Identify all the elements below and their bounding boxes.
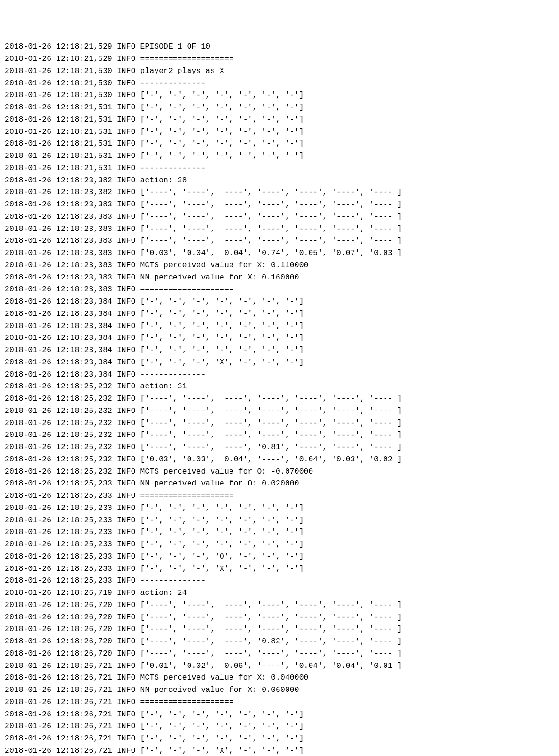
log-message: ['-', '-', '-', 'X', '-', '-', '-'] xyxy=(140,565,304,573)
log-timestamp: 2018-01-26 12:18:23,384 xyxy=(5,346,112,354)
log-line: 2018-01-26 12:18:25,233 INFO -----------… xyxy=(5,575,554,587)
log-line: 2018-01-26 12:18:21,531 INFO ['-', '-', … xyxy=(5,102,554,114)
log-message: ['-', '-', '-', '-', '-', '-', '-'] xyxy=(140,734,304,743)
log-line: 2018-01-26 12:18:23,384 INFO ['-', '-', … xyxy=(5,357,554,369)
log-level: INFO xyxy=(117,297,136,306)
log-level: INFO xyxy=(117,625,136,633)
log-message: ==================== xyxy=(140,698,234,707)
log-timestamp: 2018-01-26 12:18:26,721 xyxy=(5,674,112,682)
log-line: 2018-01-26 12:18:23,383 INFO NN perceive… xyxy=(5,272,554,284)
log-timestamp: 2018-01-26 12:18:23,384 xyxy=(5,370,112,379)
log-message: NN perceived value for X: 0.060000 xyxy=(140,686,299,694)
log-line: 2018-01-26 12:18:21,531 INFO -----------… xyxy=(5,163,554,175)
log-timestamp: 2018-01-26 12:18:25,233 xyxy=(5,492,112,500)
log-timestamp: 2018-01-26 12:18:23,382 xyxy=(5,176,112,185)
log-message: ['-', '-', '-', '-', '-', '-', '-'] xyxy=(140,91,304,99)
log-line: 2018-01-26 12:18:25,233 INFO ===========… xyxy=(5,490,554,502)
log-message: ['-', '-', '-', '-', '-', '-', '-'] xyxy=(140,346,304,354)
log-message: ['-', '-', '-', 'O', '-', '-', '-'] xyxy=(140,552,304,561)
log-line: 2018-01-26 12:18:23,382 INFO ['----', '-… xyxy=(5,187,554,199)
log-message: -------------- xyxy=(140,576,206,585)
log-line: 2018-01-26 12:18:26,720 INFO ['----', '-… xyxy=(5,636,554,648)
log-line: 2018-01-26 12:18:26,720 INFO ['----', '-… xyxy=(5,612,554,624)
log-timestamp: 2018-01-26 12:18:21,531 xyxy=(5,115,112,124)
log-message: ['-', '-', '-', '-', '-', '-', '-'] xyxy=(140,722,304,731)
log-message: ['-', '-', '-', '-', '-', '-', '-'] xyxy=(140,115,304,124)
log-message: -------------- xyxy=(140,370,206,379)
log-timestamp: 2018-01-26 12:18:25,232 xyxy=(5,394,112,403)
log-timestamp: 2018-01-26 12:18:26,721 xyxy=(5,686,112,694)
log-message: ['0.03', '0.03', '0.04', '----', '0.04',… xyxy=(140,455,402,464)
log-level: INFO xyxy=(117,370,136,379)
log-timestamp: 2018-01-26 12:18:26,721 xyxy=(5,747,112,755)
log-level: INFO xyxy=(117,722,136,731)
log-timestamp: 2018-01-26 12:18:23,384 xyxy=(5,297,112,306)
log-timestamp: 2018-01-26 12:18:25,233 xyxy=(5,504,112,512)
log-timestamp: 2018-01-26 12:18:21,531 xyxy=(5,164,112,173)
log-timestamp: 2018-01-26 12:18:23,383 xyxy=(5,213,112,221)
log-timestamp: 2018-01-26 12:18:23,383 xyxy=(5,261,112,270)
log-message: action: 31 xyxy=(140,382,187,391)
log-level: INFO xyxy=(117,613,136,622)
log-line: 2018-01-26 12:18:26,721 INFO ===========… xyxy=(5,697,554,709)
log-level: INFO xyxy=(117,79,136,88)
log-line: 2018-01-26 12:18:25,233 INFO ['-', '-', … xyxy=(5,539,554,551)
log-line: 2018-01-26 12:18:23,383 INFO ['0.03', '0… xyxy=(5,247,554,260)
log-line: 2018-01-26 12:18:25,232 INFO ['----', '-… xyxy=(5,393,554,405)
log-timestamp: 2018-01-26 12:18:23,384 xyxy=(5,310,112,318)
log-level: INFO xyxy=(117,443,136,452)
log-timestamp: 2018-01-26 12:18:26,721 xyxy=(5,662,112,670)
log-level: INFO xyxy=(117,261,136,270)
log-timestamp: 2018-01-26 12:18:26,719 xyxy=(5,589,112,597)
log-line: 2018-01-26 12:18:21,530 INFO ['-', '-', … xyxy=(5,90,554,102)
log-line: 2018-01-26 12:18:26,721 INFO ['-', '-', … xyxy=(5,709,554,721)
log-timestamp: 2018-01-26 12:18:26,721 xyxy=(5,734,112,743)
log-message: ['-', '-', '-', '-', '-', '-', '-'] xyxy=(140,322,304,330)
log-line: 2018-01-26 12:18:26,721 INFO ['-', '-', … xyxy=(5,745,554,756)
log-line: 2018-01-26 12:18:25,233 INFO ['-', '-', … xyxy=(5,551,554,563)
log-level: INFO xyxy=(117,662,136,670)
log-timestamp: 2018-01-26 12:18:21,529 xyxy=(5,42,112,51)
log-message: ['----', '----', '----', '----', '----',… xyxy=(140,213,402,221)
log-level: INFO xyxy=(117,516,136,525)
log-timestamp: 2018-01-26 12:18:21,530 xyxy=(5,67,112,75)
log-level: INFO xyxy=(117,334,136,342)
log-timestamp: 2018-01-26 12:18:23,383 xyxy=(5,285,112,294)
log-level: INFO xyxy=(117,747,136,755)
log-message: ==================== xyxy=(140,285,234,294)
log-line: 2018-01-26 12:18:25,232 INFO ['----', '-… xyxy=(5,442,554,454)
log-timestamp: 2018-01-26 12:18:23,384 xyxy=(5,358,112,367)
log-level: INFO xyxy=(117,734,136,743)
log-message: ['-', '-', '-', '-', '-', '-', '-'] xyxy=(140,540,304,549)
log-line: 2018-01-26 12:18:21,531 INFO ['-', '-', … xyxy=(5,126,554,139)
log-timestamp: 2018-01-26 12:18:25,233 xyxy=(5,528,112,536)
log-timestamp: 2018-01-26 12:18:23,383 xyxy=(5,237,112,245)
log-message: MCTS perceived value for O: -0.070000 xyxy=(140,468,313,476)
log-level: INFO xyxy=(117,67,136,75)
log-level: INFO xyxy=(117,674,136,682)
log-line: 2018-01-26 12:18:23,383 INFO MCTS percei… xyxy=(5,260,554,272)
log-level: INFO xyxy=(117,468,136,476)
log-line: 2018-01-26 12:18:25,233 INFO ['-', '-', … xyxy=(5,515,554,527)
log-level: INFO xyxy=(117,407,136,415)
log-timestamp: 2018-01-26 12:18:21,531 xyxy=(5,140,112,148)
log-message: ['----', '----', '----', '----', '----',… xyxy=(140,419,402,427)
log-level: INFO xyxy=(117,601,136,609)
log-message: ['----', '----', '----', '0.82', '----',… xyxy=(140,637,402,646)
log-line: 2018-01-26 12:18:26,721 INFO ['-', '-', … xyxy=(5,733,554,745)
log-timestamp: 2018-01-26 12:18:26,720 xyxy=(5,649,112,658)
log-timestamp: 2018-01-26 12:18:21,530 xyxy=(5,79,112,88)
log-line: 2018-01-26 12:18:21,531 INFO ['-', '-', … xyxy=(5,150,554,163)
log-timestamp: 2018-01-26 12:18:25,233 xyxy=(5,479,112,488)
log-level: INFO xyxy=(117,552,136,561)
log-line: 2018-01-26 12:18:26,720 INFO ['----', '-… xyxy=(5,600,554,612)
log-timestamp: 2018-01-26 12:18:21,529 xyxy=(5,55,112,63)
log-timestamp: 2018-01-26 12:18:25,232 xyxy=(5,382,112,391)
log-message: MCTS perceived value for X: 0.110000 xyxy=(140,261,309,270)
log-message: action: 24 xyxy=(140,589,187,597)
log-level: INFO xyxy=(117,528,136,536)
log-timestamp: 2018-01-26 12:18:25,232 xyxy=(5,455,112,464)
log-message: ['----', '----', '----', '----', '----',… xyxy=(140,188,402,197)
log-level: INFO xyxy=(117,310,136,318)
log-message: ['----', '----', '----', '----', '----',… xyxy=(140,613,402,622)
